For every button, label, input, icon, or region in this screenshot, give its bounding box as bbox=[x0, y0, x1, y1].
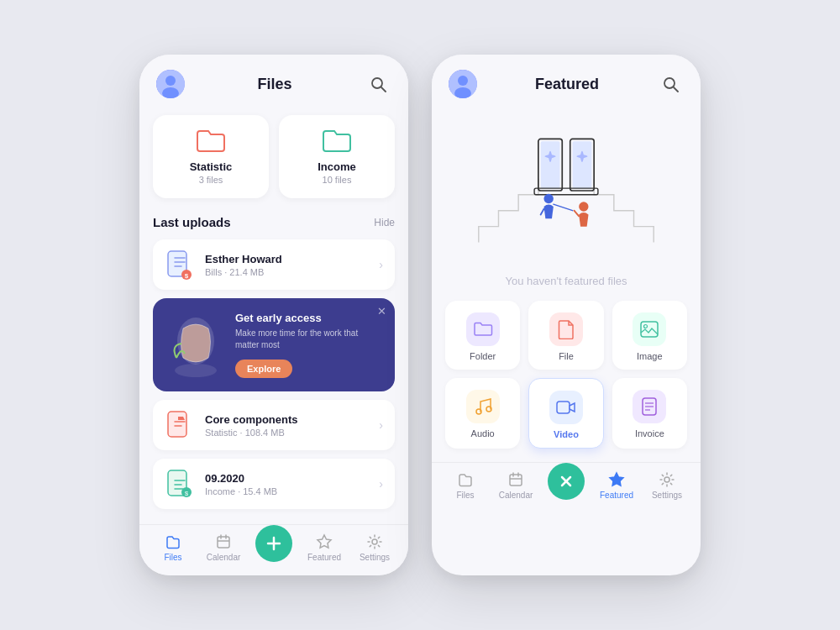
statistic-folder-count: 3 files bbox=[199, 175, 223, 185]
nav-calendar[interactable]: Calendar bbox=[205, 533, 242, 562]
file-icon-092020: $ bbox=[165, 469, 195, 499]
svg-rect-10 bbox=[168, 412, 186, 437]
core-meta: Statistic · 108.4 MB bbox=[205, 428, 379, 438]
092020-name: 09.2020 bbox=[205, 472, 379, 485]
category-file-label: File bbox=[559, 351, 574, 361]
featured-nav-settings-label: Settings bbox=[652, 491, 682, 500]
category-invoice[interactable]: Invoice bbox=[612, 378, 687, 449]
folder-card-income[interactable]: Income 10 files bbox=[279, 115, 395, 198]
category-video[interactable]: Video bbox=[528, 378, 603, 449]
svg-rect-14 bbox=[218, 537, 229, 548]
files-content: Statistic 3 files Income 10 files Last u… bbox=[139, 107, 408, 524]
category-image-label: Image bbox=[637, 351, 663, 361]
promo-desc: Make more time for the work that matter … bbox=[235, 328, 381, 351]
category-audio-icon-wrap bbox=[466, 390, 500, 423]
nav-settings-label: Settings bbox=[360, 553, 390, 562]
core-info: Core components Statistic · 108.4 MB bbox=[205, 413, 379, 438]
featured-nav-featured-label: Featured bbox=[600, 491, 633, 500]
featured-nav-settings[interactable]: Settings bbox=[648, 471, 685, 500]
nav-close-button[interactable] bbox=[548, 463, 585, 500]
svg-text:$: $ bbox=[185, 490, 189, 497]
last-uploads-title: Last uploads bbox=[153, 215, 231, 229]
avatar[interactable] bbox=[156, 70, 185, 98]
promo-text-area: Get early access Make more time for the … bbox=[235, 312, 381, 378]
featured-nav-calendar-label: Calendar bbox=[499, 491, 533, 500]
092020-info: 09.2020 Income · 15.4 MB bbox=[205, 472, 379, 496]
svg-point-51 bbox=[664, 477, 669, 482]
svg-text:$: $ bbox=[185, 272, 189, 280]
svg-point-22 bbox=[458, 76, 468, 86]
file-icon-core bbox=[165, 410, 195, 440]
nav-calendar-label: Calendar bbox=[207, 553, 241, 562]
category-image-icon-wrap bbox=[633, 312, 666, 346]
stairs-illustration-area bbox=[432, 107, 701, 275]
category-video-label: Video bbox=[554, 429, 579, 439]
category-grid: Folder File bbox=[445, 301, 687, 449]
nav-add-button[interactable] bbox=[255, 525, 292, 562]
close-promo-icon[interactable]: ✕ bbox=[377, 305, 386, 318]
featured-nav-featured[interactable]: Featured bbox=[598, 471, 635, 500]
featured-nav-files[interactable]: Files bbox=[447, 471, 484, 500]
folder-card-statistic[interactable]: Statistic 3 files bbox=[153, 115, 269, 198]
svg-line-4 bbox=[381, 87, 386, 92]
svg-point-24 bbox=[664, 78, 675, 88]
category-invoice-label: Invoice bbox=[635, 428, 664, 438]
svg-line-32 bbox=[541, 209, 544, 215]
featured-header: Featured bbox=[432, 55, 701, 107]
featured-bottom-nav: Files Calendar bbox=[432, 462, 701, 513]
featured-nav-calendar[interactable]: Calendar bbox=[497, 471, 534, 500]
file-icon-bills: $ bbox=[165, 249, 195, 280]
svg-rect-40 bbox=[557, 402, 570, 413]
file-item-092020[interactable]: $ 09.2020 Income · 15.4 MB › bbox=[153, 459, 395, 509]
nav-featured[interactable]: Featured bbox=[306, 533, 343, 562]
esther-info: Esther Howard Bills · 21.4 MB bbox=[205, 253, 379, 277]
svg-line-25 bbox=[674, 87, 678, 92]
category-video-icon-wrap bbox=[549, 391, 583, 424]
category-image[interactable]: Image bbox=[612, 301, 687, 370]
category-audio[interactable]: Audio bbox=[445, 378, 520, 449]
search-icon[interactable] bbox=[365, 71, 391, 97]
category-file-icon-wrap bbox=[549, 312, 583, 346]
svg-point-3 bbox=[372, 78, 382, 88]
core-name: Core components bbox=[205, 413, 379, 426]
svg-rect-36 bbox=[641, 322, 658, 337]
featured-search-icon[interactable] bbox=[657, 71, 684, 97]
category-folder-label: Folder bbox=[470, 351, 496, 361]
svg-rect-45 bbox=[510, 475, 522, 486]
files-title: Files bbox=[257, 76, 291, 93]
svg-point-31 bbox=[543, 194, 553, 203]
files-bottom-nav: Files Calendar bbox=[139, 524, 408, 575]
featured-avatar[interactable] bbox=[449, 70, 477, 98]
svg-line-34 bbox=[574, 211, 579, 217]
files-header: Files bbox=[139, 55, 408, 107]
category-folder-icon-wrap bbox=[466, 312, 500, 346]
featured-screen: Featured bbox=[432, 55, 701, 575]
file-item-esther[interactable]: $ Esther Howard Bills · 21.4 MB › bbox=[153, 239, 395, 290]
nav-files[interactable]: Files bbox=[155, 533, 192, 562]
svg-point-8 bbox=[175, 364, 217, 377]
last-uploads-header: Last uploads Hide bbox=[153, 215, 395, 229]
category-file[interactable]: File bbox=[528, 301, 603, 370]
chevron-icon-3: › bbox=[379, 477, 383, 491]
category-audio-label: Audio bbox=[471, 428, 495, 438]
svg-point-1 bbox=[165, 76, 176, 86]
explore-button[interactable]: Explore bbox=[235, 360, 292, 378]
featured-title: Featured bbox=[535, 76, 599, 93]
featured-nav-files-label: Files bbox=[456, 491, 474, 500]
svg-rect-28 bbox=[541, 141, 560, 188]
svg-line-35 bbox=[554, 204, 573, 211]
svg-rect-29 bbox=[573, 141, 592, 188]
file-item-core[interactable]: Core components Statistic · 108.4 MB › bbox=[153, 400, 395, 450]
nav-settings[interactable]: Settings bbox=[356, 533, 393, 562]
svg-point-20 bbox=[372, 539, 377, 544]
category-folder[interactable]: Folder bbox=[445, 301, 520, 370]
promo-title: Get early access bbox=[235, 312, 381, 324]
092020-meta: Income · 15.4 MB bbox=[205, 486, 379, 496]
nav-files-label: Files bbox=[164, 553, 181, 562]
promo-illustration bbox=[166, 312, 225, 370]
income-folder-name: Income bbox=[318, 160, 356, 173]
hide-button[interactable]: Hide bbox=[374, 217, 395, 228]
promo-banner: ✕ Get early access Make more time for th bbox=[153, 298, 395, 391]
esther-name: Esther Howard bbox=[205, 253, 379, 265]
nav-featured-label: Featured bbox=[307, 553, 341, 562]
